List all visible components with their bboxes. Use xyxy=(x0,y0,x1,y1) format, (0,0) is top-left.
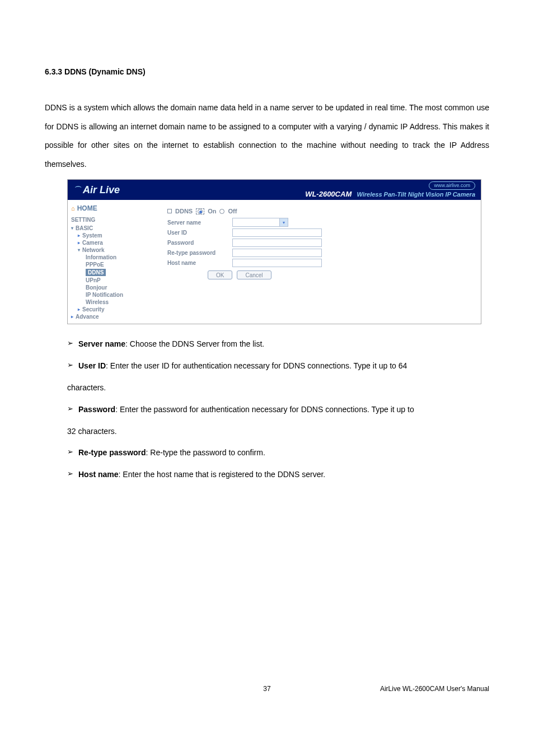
bullet-user-id-cont: characters. xyxy=(67,379,489,396)
logo-arc-icon: ⌒ xyxy=(73,185,81,195)
sidebar-system[interactable]: ▸ System xyxy=(71,232,148,239)
sidebar: ⌂ HOME SETTING ▾ BASIC ▸ System ▸ Camera xyxy=(68,200,152,324)
bullet-user-id: ➢ User ID: Enter the user ID for authent… xyxy=(67,357,489,375)
server-name-label: Server name xyxy=(167,220,229,226)
sidebar-pppoe[interactable]: PPPoE xyxy=(71,261,148,268)
on-label: On xyxy=(208,208,216,214)
sidebar-security-label: Security xyxy=(82,306,104,312)
header-desc: Wireless Pan-Tilt Night Vision IP Camera xyxy=(357,191,475,198)
ddns-toggle-row: DDNS On Off xyxy=(167,208,475,214)
sidebar-setting-label: SETTING xyxy=(71,217,148,223)
host-name-label: Host name xyxy=(167,260,229,266)
retype-password-input[interactable] xyxy=(232,249,322,257)
chevron-down-icon: ▾ xyxy=(71,226,73,231)
sidebar-network[interactable]: ▾ Network xyxy=(71,246,148,254)
radio-on-icon xyxy=(198,209,203,214)
host-name-input[interactable] xyxy=(232,259,322,267)
sidebar-security[interactable]: ▸ Security xyxy=(71,306,148,313)
ddns-on-radio[interactable] xyxy=(196,208,204,214)
sidebar-basic-label: BASIC xyxy=(76,225,93,231)
sidebar-ddns[interactable]: DDNS xyxy=(71,268,148,277)
chevron-right-icon: ▸ xyxy=(78,240,80,245)
logo: ⌒ Air Live xyxy=(73,184,120,196)
settings-screenshot: ⌒ Air Live www.airlive.com WL-2600CAM Wi… xyxy=(67,179,481,324)
bullet-retype: ➢ Re-type password: Re-type the password… xyxy=(67,444,489,461)
sidebar-advance[interactable]: ▸ Advance xyxy=(71,313,148,320)
header-url: www.airlive.com xyxy=(429,181,475,190)
retype-password-label: Re-type password xyxy=(167,250,229,256)
sidebar-ipnotification[interactable]: IP Notification xyxy=(71,291,148,298)
ddns-off-radio[interactable] xyxy=(219,209,224,214)
bullet-server-name: ➢ Server name: Choose the DDNS Server fr… xyxy=(67,335,489,353)
sidebar-camera-label: Camera xyxy=(82,240,103,246)
ddns-label: DDNS xyxy=(175,208,193,214)
server-name-select[interactable]: ▾ xyxy=(232,218,288,227)
password-label: Password xyxy=(167,240,229,246)
bullet-arrow-icon: ➢ xyxy=(67,466,74,482)
sidebar-system-label: System xyxy=(82,232,102,239)
sidebar-ddns-label: DDNS xyxy=(86,269,106,276)
user-id-label: User ID xyxy=(167,230,229,236)
sidebar-bonjour[interactable]: Bonjour xyxy=(71,284,148,291)
sidebar-camera[interactable]: ▸ Camera xyxy=(71,239,148,246)
bullet-arrow-icon: ➢ xyxy=(67,335,74,352)
sidebar-upnp[interactable]: UPnP xyxy=(71,277,148,284)
square-icon xyxy=(167,209,172,213)
section-heading: 6.3.3 DDNS (Dynamic DNS) xyxy=(45,67,489,76)
page-number: 37 xyxy=(223,685,312,693)
page-footer: 37 AirLive WL-2600CAM User's Manual xyxy=(45,685,489,693)
chevron-right-icon: ▸ xyxy=(78,307,80,312)
app-header: ⌒ Air Live www.airlive.com WL-2600CAM Wi… xyxy=(68,180,481,200)
sidebar-home-label: HOME xyxy=(77,204,97,212)
sidebar-network-label: Network xyxy=(82,247,104,253)
user-id-input[interactable] xyxy=(232,228,322,237)
chevron-right-icon: ▸ xyxy=(78,233,80,238)
header-right: www.airlive.com WL-2600CAM Wireless Pan-… xyxy=(305,181,475,198)
password-input[interactable] xyxy=(232,239,322,247)
bullet-password: ➢ Password: Enter the password for authe… xyxy=(67,401,489,418)
sidebar-basic[interactable]: ▾ BASIC xyxy=(71,225,148,232)
sidebar-advance-label: Advance xyxy=(76,314,99,320)
ok-button[interactable]: OK xyxy=(208,270,232,279)
chevron-down-icon: ▾ xyxy=(279,218,288,226)
sidebar-home[interactable]: ⌂ HOME xyxy=(71,204,148,212)
form-panel: DDNS On Off Server name ▾ User ID xyxy=(152,200,481,324)
home-icon: ⌂ xyxy=(71,205,75,212)
sidebar-information[interactable]: Information xyxy=(71,254,148,261)
sidebar-wireless[interactable]: Wireless xyxy=(71,298,148,306)
intro-paragraph: DDNS is a system which allows the domain… xyxy=(45,99,489,174)
footer-right: AirLive WL-2600CAM User's Manual xyxy=(311,685,489,693)
header-model: WL-2600CAM xyxy=(305,190,352,198)
chevron-right-icon: ▸ xyxy=(71,314,73,319)
bullet-arrow-icon: ➢ xyxy=(67,401,74,417)
bullet-arrow-icon: ➢ xyxy=(67,357,74,374)
bullet-arrow-icon: ➢ xyxy=(67,444,74,460)
cancel-button[interactable]: Cancel xyxy=(237,270,271,279)
chevron-down-icon: ▾ xyxy=(78,248,80,253)
bullet-host-name: ➢ Host name: Enter the host name that is… xyxy=(67,466,489,483)
bullet-password-cont: 32 characters. xyxy=(67,423,489,440)
logo-text: Air Live xyxy=(83,184,120,196)
off-label: Off xyxy=(228,208,237,214)
field-descriptions: ➢ Server name: Choose the DDNS Server fr… xyxy=(45,335,489,483)
